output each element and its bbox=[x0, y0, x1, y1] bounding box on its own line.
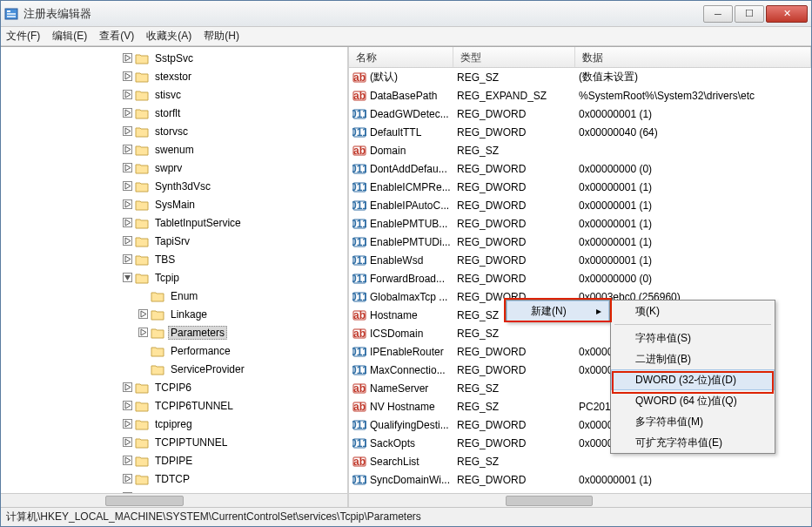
window-title: 注册表编辑器 bbox=[23, 6, 701, 22]
folder-icon bbox=[135, 71, 149, 83]
value-name: (默认) bbox=[370, 70, 398, 84]
svg-text:011: 011 bbox=[352, 163, 366, 175]
tree-item-label: TCPIP6TUNNEL bbox=[152, 399, 236, 413]
tree-item[interactable]: TBS bbox=[123, 250, 347, 268]
tree-item-label: swenum bbox=[152, 143, 197, 157]
tree-item[interactable]: storvsc bbox=[123, 122, 347, 140]
tree-item[interactable]: SysMain bbox=[123, 195, 347, 213]
tree-item[interactable]: Tcpip bbox=[123, 268, 347, 287]
menu-favorites[interactable]: 收藏夹(A) bbox=[146, 29, 191, 44]
tree-item[interactable]: TCPIPTUNNEL bbox=[123, 433, 347, 451]
list-row[interactable]: 011DontAddDefau...REG_DWORD0x00000000 (0… bbox=[349, 159, 811, 178]
tree-item[interactable]: Synth3dVsc bbox=[123, 177, 347, 195]
expand-icon[interactable] bbox=[123, 437, 132, 447]
list-row[interactable]: abSearchListREG_SZ bbox=[349, 452, 811, 470]
list-row[interactable]: 011SyncDomainWi...REG_DWORD0x00000001 (1… bbox=[349, 470, 811, 489]
submenu-item[interactable]: 多字符串值(M) bbox=[611, 411, 775, 432]
expand-icon[interactable] bbox=[123, 218, 132, 227]
expand-icon[interactable] bbox=[123, 71, 132, 81]
tree-item[interactable]: ServiceProvider bbox=[123, 360, 347, 378]
expand-icon[interactable] bbox=[123, 199, 132, 209]
tree-item[interactable]: storflt bbox=[123, 104, 347, 122]
tree-item[interactable]: stisvc bbox=[123, 85, 347, 104]
tree-item[interactable]: Enum bbox=[123, 287, 347, 305]
value-name: ICSDomain bbox=[370, 328, 423, 340]
expand-icon[interactable] bbox=[123, 53, 132, 63]
list-row[interactable]: 011EnableICMPRe...REG_DWORD0x00000001 (1… bbox=[349, 178, 811, 196]
list-pane[interactable]: 名称 类型 数据 ab(默认)REG_SZ(数值未设置)abDataBasePa… bbox=[349, 47, 811, 507]
col-name[interactable]: 名称 bbox=[349, 47, 453, 67]
list-row[interactable]: ab(默认)REG_SZ(数值未设置) bbox=[349, 68, 811, 86]
submenu-item[interactable]: DWORD (32-位)值(D) bbox=[611, 369, 775, 390]
expand-icon[interactable] bbox=[123, 382, 132, 392]
expand-icon[interactable] bbox=[138, 328, 148, 337]
context-new[interactable]: 新建(N) ▸ bbox=[507, 301, 609, 321]
tree-item[interactable]: Parameters bbox=[123, 323, 347, 341]
expand-icon[interactable] bbox=[123, 108, 132, 118]
tree-item[interactable]: TDPIPE bbox=[123, 451, 347, 470]
expand-icon[interactable] bbox=[123, 163, 132, 172]
menu-help[interactable]: 帮助(H) bbox=[204, 29, 239, 44]
tree-item[interactable]: TCPIP6TUNNEL bbox=[123, 396, 347, 415]
submenu-item[interactable]: 二进制值(B) bbox=[611, 348, 775, 369]
tree-item-label: Synth3dVsc bbox=[152, 179, 213, 193]
menu-edit[interactable]: 编辑(E) bbox=[52, 29, 87, 44]
tree-item[interactable]: Performance bbox=[123, 341, 347, 360]
close-button[interactable]: ✕ bbox=[766, 5, 808, 23]
list-row[interactable]: 011DefaultTTLREG_DWORD0x00000040 (64) bbox=[349, 123, 811, 141]
expand-icon[interactable] bbox=[123, 456, 132, 465]
value-type: REG_SZ bbox=[457, 71, 579, 84]
list-row[interactable]: 011EnableWsdREG_DWORD0x00000001 (1) bbox=[349, 251, 811, 269]
tree-item[interactable]: Linkage bbox=[123, 305, 347, 323]
expand-icon[interactable] bbox=[123, 145, 132, 154]
tree-item[interactable]: tcpipreg bbox=[123, 415, 347, 433]
list-row[interactable]: 011EnablePMTUB...REG_DWORD0x00000001 (1) bbox=[349, 214, 811, 233]
string-value-icon: ab bbox=[352, 455, 366, 469]
list-row[interactable]: abDomainREG_SZ bbox=[349, 141, 811, 159]
expand-icon[interactable] bbox=[123, 126, 132, 136]
binary-value-icon: 011 bbox=[352, 436, 366, 450]
list-row[interactable]: 011DeadGWDetec...REG_DWORD0x00000001 (1) bbox=[349, 105, 811, 123]
tree-hscroll[interactable] bbox=[1, 493, 347, 507]
col-data[interactable]: 数据 bbox=[575, 47, 811, 67]
tree-item[interactable]: TDTCP bbox=[123, 470, 347, 488]
expand-icon[interactable] bbox=[123, 236, 132, 246]
folder-icon bbox=[135, 52, 149, 64]
titlebar[interactable]: 注册表编辑器 ─ ☐ ✕ bbox=[1, 1, 811, 27]
menu-file[interactable]: 文件(F) bbox=[6, 29, 40, 44]
list-row[interactable]: 011EnablePMTUDi...REG_DWORD0x00000001 (1… bbox=[349, 233, 811, 251]
minimize-button[interactable]: ─ bbox=[703, 5, 733, 23]
expand-icon[interactable] bbox=[123, 181, 132, 191]
expand-icon[interactable] bbox=[123, 474, 132, 483]
submenu-item[interactable]: 可扩充字符串值(E) bbox=[611, 432, 775, 453]
menu-view[interactable]: 查看(V) bbox=[99, 29, 134, 44]
context-menu-parent[interactable]: 新建(N) ▸ bbox=[506, 300, 610, 322]
tree-item[interactable]: TabletInputService bbox=[123, 213, 347, 232]
svg-text:ab: ab bbox=[353, 328, 366, 340]
expand-icon[interactable] bbox=[138, 309, 148, 319]
tree-item[interactable]: swenum bbox=[123, 140, 347, 159]
list-hscroll[interactable] bbox=[349, 493, 811, 507]
tree-item[interactable]: SstpSvc bbox=[123, 49, 347, 67]
submenu-item[interactable]: 项(K) bbox=[611, 301, 775, 321]
tree-item[interactable]: TCPIP6 bbox=[123, 378, 347, 396]
col-type[interactable]: 类型 bbox=[453, 47, 575, 67]
tree-pane[interactable]: SstpSvcstexstorstisvcstorfltstorvscswenu… bbox=[1, 47, 349, 507]
expand-icon[interactable] bbox=[123, 401, 132, 410]
value-name: MaxConnectio... bbox=[370, 364, 446, 376]
tree-item[interactable]: TapiSrv bbox=[123, 232, 347, 250]
expand-icon[interactable] bbox=[123, 419, 132, 429]
list-header[interactable]: 名称 类型 数据 bbox=[349, 47, 811, 68]
tree-item[interactable]: stexstor bbox=[123, 67, 347, 85]
expand-icon[interactable] bbox=[123, 90, 132, 99]
list-row[interactable]: 011EnableIPAutoC...REG_DWORD0x00000001 (… bbox=[349, 196, 811, 214]
maximize-button[interactable]: ☐ bbox=[735, 5, 764, 23]
context-submenu[interactable]: 项(K)字符串值(S)二进制值(B)DWORD (32-位)值(D)QWORD … bbox=[610, 300, 775, 454]
expand-icon[interactable] bbox=[123, 254, 132, 264]
submenu-item[interactable]: QWORD (64 位)值(Q) bbox=[611, 390, 775, 411]
list-row[interactable]: abDataBasePathREG_EXPAND_SZ%SystemRoot%\… bbox=[349, 86, 811, 105]
list-row[interactable]: 011ForwardBroad...REG_DWORD0x00000000 (0… bbox=[349, 269, 811, 287]
collapse-icon[interactable] bbox=[123, 273, 132, 282]
tree-item[interactable]: swprv bbox=[123, 159, 347, 177]
submenu-item[interactable]: 字符串值(S) bbox=[611, 328, 775, 348]
